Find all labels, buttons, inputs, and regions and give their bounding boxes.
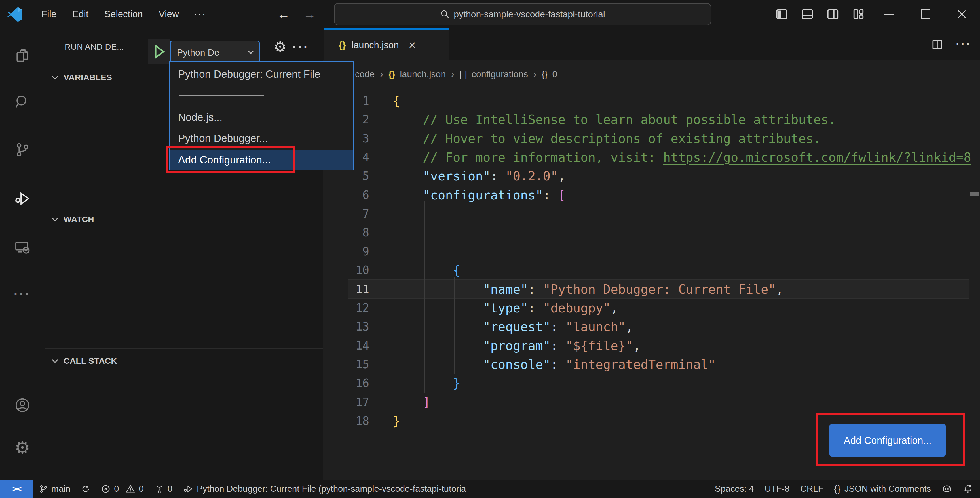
warnings-icon (126, 484, 135, 494)
ports-item[interactable]: 0 (149, 480, 178, 498)
status-left: main 0 0 0 Python Deb (33, 480, 471, 498)
scrollbar-ruler[interactable] (970, 88, 970, 480)
debug-start-button[interactable] (148, 39, 170, 64)
tab-bar: {} launch.json × ··· (323, 29, 980, 61)
search-icon (440, 10, 450, 19)
editor-actions: ··· (931, 29, 972, 61)
array-symbol-icon[interactable]: [ ] (460, 69, 467, 80)
sync-icon (81, 484, 90, 493)
line-number: 10 (356, 261, 369, 280)
command-center-search[interactable]: python-sample-vscode-fastapi-tutorial (334, 3, 711, 25)
section-watch[interactable]: WATCH (45, 210, 323, 228)
editor-more-actions-icon[interactable]: ··· (956, 38, 972, 51)
annotation-red-box-button (816, 413, 965, 466)
git-branch-icon (39, 484, 48, 493)
menu-selection[interactable]: Selection (96, 0, 151, 29)
code-line: { (393, 91, 400, 110)
status-right: Spaces: 4 UTF-8 CRLF {} JSON with Commen… (710, 480, 978, 498)
line-number: 7 (363, 204, 369, 223)
debug-config-select-value: Python De (177, 47, 219, 58)
menu-edit[interactable]: Edit (64, 0, 96, 29)
bell-dot-icon (963, 484, 973, 494)
tab-launch-json[interactable]: {} launch.json × (324, 29, 449, 61)
menu-more-icon[interactable]: ··· (187, 8, 213, 20)
branch-name: main (51, 484, 70, 494)
explorer-icon[interactable] (0, 37, 45, 74)
debug-more-actions-icon[interactable]: ··· (291, 29, 311, 65)
maximize-button[interactable] (907, 0, 944, 29)
remote-indicator[interactable]: >< (0, 480, 33, 498)
toggle-sidebar-icon[interactable] (769, 0, 795, 29)
back-arrow-icon[interactable]: ← (274, 0, 294, 29)
notifications-bell-item[interactable] (957, 480, 978, 498)
remote-explorer-icon[interactable] (0, 229, 45, 266)
settings-gear-icon[interactable]: ⚙ (0, 429, 45, 466)
code-line: "console": "integratedTerminal" (393, 355, 716, 374)
code-line: "type": "debugpy", (393, 298, 618, 318)
line-number: 17 (356, 393, 369, 412)
search-view-icon[interactable] (0, 84, 45, 121)
debug-alt-icon (183, 484, 193, 494)
json-file-icon: {} (339, 40, 346, 51)
section-label: CALL STACK (64, 356, 117, 366)
breadcrumb-item[interactable]: code (355, 69, 375, 80)
overview-ruler-cursor-mark (970, 192, 979, 196)
close-button[interactable] (944, 0, 980, 29)
breadcrumb: code›{}launch.json›[ ]configurations›{}0 (355, 61, 557, 88)
source-control-icon[interactable] (0, 131, 45, 168)
split-editor-icon[interactable] (931, 38, 943, 51)
problems-item[interactable]: 0 0 (95, 480, 149, 498)
accounts-icon[interactable] (0, 387, 45, 424)
debug-config-select[interactable]: Python De (170, 41, 260, 64)
line-number: 6 (363, 185, 369, 204)
forward-arrow-icon[interactable]: → (299, 0, 320, 29)
section-call-stack[interactable]: CALL STACK (45, 352, 323, 370)
branch-item[interactable]: main (33, 480, 76, 498)
sync-item[interactable] (76, 480, 95, 498)
object-symbol-icon[interactable]: {} (388, 69, 395, 80)
line-number: 16 (356, 374, 369, 393)
menu-item-python-debugger-current-file[interactable]: Python Debugger: Current File (170, 64, 353, 84)
line-number: 18 (356, 412, 369, 431)
toggle-panel-icon[interactable] (795, 0, 820, 29)
object-symbol-icon[interactable]: {} (542, 69, 547, 80)
customize-layout-icon[interactable] (846, 0, 871, 29)
debug-status-text: Python Debugger: Current File (python-sa… (197, 484, 466, 494)
section-divider (45, 207, 323, 208)
debug-status-item[interactable]: Python Debugger: Current File (python-sa… (178, 480, 471, 498)
breadcrumb-item[interactable]: 0 (552, 69, 557, 80)
copilot-item[interactable] (936, 480, 957, 498)
menu-file[interactable]: File (33, 0, 64, 29)
minimize-button[interactable] (871, 0, 907, 29)
code-line: } (393, 412, 400, 431)
activity-bar: ··· ⚙ (0, 29, 45, 480)
menu-item-python-debugger[interactable]: Python Debugger... (170, 130, 353, 147)
vscode-logo-icon (7, 7, 22, 22)
warning-count: 0 (138, 484, 143, 494)
breadcrumb-item[interactable]: launch.json (400, 69, 446, 80)
indentation-item[interactable]: Spaces: 4 (710, 480, 759, 498)
language-mode-item[interactable]: {} JSON with Comments (829, 480, 936, 498)
tab-close-icon[interactable]: × (409, 38, 416, 52)
chevron-down-icon (52, 73, 59, 80)
section-divider (45, 348, 323, 349)
debug-settings-gear-icon[interactable]: ⚙ (270, 29, 290, 65)
sidebar-title: RUN AND DE... (65, 29, 124, 65)
remote-icon: >< (12, 484, 21, 494)
code-line: { (393, 261, 460, 280)
line-number: 9 (363, 242, 369, 261)
menu-item-nodejs[interactable]: Node.js... (170, 109, 353, 126)
more-views-icon[interactable]: ··· (0, 275, 45, 312)
line-number: 12 (356, 298, 369, 318)
breadcrumb-item[interactable]: configurations (472, 69, 528, 80)
json-braces-icon: {} (834, 484, 841, 494)
eol-item[interactable]: CRLF (795, 480, 829, 498)
line-number: 3 (363, 129, 369, 148)
line-number: 13 (356, 317, 369, 336)
run-and-debug-icon[interactable] (0, 180, 45, 217)
line-number: 1 (363, 91, 369, 110)
line-number: 4 (363, 148, 369, 167)
encoding-item[interactable]: UTF-8 (759, 480, 795, 498)
toggle-secondary-sidebar-icon[interactable] (820, 0, 846, 29)
menu-view[interactable]: View (151, 0, 187, 29)
